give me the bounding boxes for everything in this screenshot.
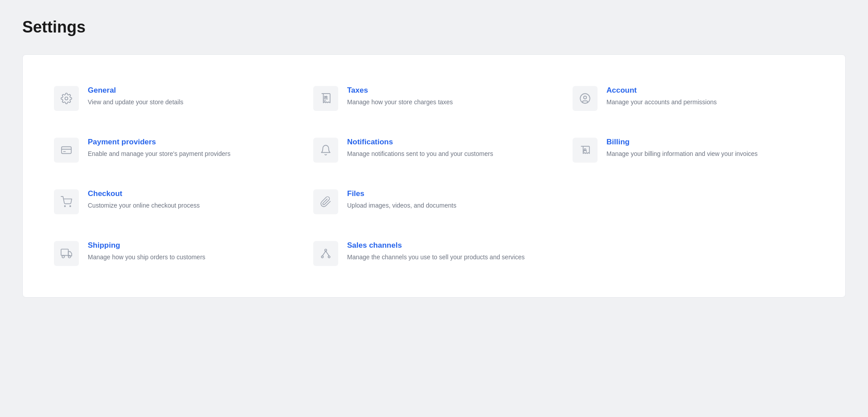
svg-line-17 (326, 251, 329, 256)
payment-content: Payment providers Enable and manage your… (88, 138, 230, 159)
general-description: View and update your store details (88, 98, 184, 107)
taxes-title: Taxes (347, 86, 453, 95)
svg-point-12 (68, 255, 70, 258)
payment-description: Enable and manage your store's payment p… (88, 149, 230, 159)
payment-icon-box (54, 138, 79, 163)
settings-item-files[interactable]: Files Upload images, videos, and documen… (304, 176, 564, 228)
settings-item-checkout[interactable]: Checkout Customize your online checkout … (45, 176, 304, 228)
general-content: General View and update your store detai… (88, 86, 184, 107)
shipping-content: Shipping Manage how you ship orders to c… (88, 241, 205, 262)
channels-icon (320, 248, 332, 259)
settings-item-general[interactable]: General View and update your store detai… (45, 73, 304, 124)
svg-point-0 (65, 97, 68, 100)
checkout-description: Customize your online checkout process (88, 201, 200, 210)
checkout-content: Checkout Customize your online checkout … (88, 189, 200, 210)
general-title: General (88, 86, 184, 95)
settings-grid: General View and update your store detai… (45, 73, 823, 279)
payment-title: Payment providers (88, 138, 230, 147)
svg-point-11 (62, 255, 64, 258)
billing-icon (579, 144, 591, 156)
page-title: Settings (22, 18, 846, 37)
svg-rect-6 (61, 147, 71, 153)
settings-item-taxes[interactable]: Taxes Manage how your store charges taxe… (304, 73, 564, 124)
settings-item-notifications[interactable]: Notifications Manage notifications sent … (304, 124, 564, 176)
files-description: Upload images, videos, and documents (347, 201, 456, 210)
files-content: Files Upload images, videos, and documen… (347, 189, 456, 210)
settings-item-payment[interactable]: Payment providers Enable and manage your… (45, 124, 304, 176)
billing-title: Billing (606, 138, 757, 147)
svg-point-4 (580, 94, 590, 103)
user-circle-icon (579, 93, 591, 104)
settings-card: General View and update your store detai… (22, 54, 846, 298)
notifications-title: Notifications (347, 138, 493, 147)
files-title: Files (347, 189, 456, 198)
general-icon-box (54, 86, 79, 111)
sales-channels-title: Sales channels (347, 241, 524, 250)
settings-item-account[interactable]: Account Manage your accounts and permiss… (564, 73, 823, 124)
shipping-title: Shipping (88, 241, 205, 250)
billing-icon-box (573, 138, 598, 163)
files-icon-box (313, 189, 338, 214)
settings-item-billing[interactable]: Billing Manage your billing information … (564, 124, 823, 176)
billing-description: Manage your billing information and view… (606, 149, 757, 159)
settings-item-sales-channels[interactable]: Sales channels Manage the channels you u… (304, 228, 564, 279)
account-content: Account Manage your accounts and permiss… (606, 86, 717, 107)
cart-icon (61, 196, 72, 208)
settings-item-shipping[interactable]: Shipping Manage how you ship orders to c… (45, 228, 304, 279)
notifications-description: Manage notifications sent to you and you… (347, 149, 493, 159)
svg-line-16 (322, 251, 326, 256)
account-icon-box (573, 86, 598, 111)
svg-rect-10 (61, 249, 68, 255)
shipping-icon-box (54, 241, 79, 266)
checkout-title: Checkout (88, 189, 200, 198)
svg-point-8 (65, 206, 66, 207)
svg-point-5 (584, 96, 587, 99)
receipt-icon (320, 93, 332, 104)
taxes-description: Manage how your store charges taxes (347, 98, 453, 107)
payment-icon (61, 144, 72, 156)
sales-channels-content: Sales channels Manage the channels you u… (347, 241, 524, 262)
bell-icon (320, 144, 332, 156)
truck-icon (61, 248, 72, 259)
taxes-icon-box (313, 86, 338, 111)
notifications-icon-box (313, 138, 338, 163)
sales-channels-description: Manage the channels you use to sell your… (347, 253, 524, 262)
gear-icon (61, 93, 72, 104)
sales-channels-icon-box (313, 241, 338, 266)
account-description: Manage your accounts and permissions (606, 98, 717, 107)
notifications-content: Notifications Manage notifications sent … (347, 138, 493, 159)
taxes-content: Taxes Manage how your store charges taxe… (347, 86, 453, 107)
billing-content: Billing Manage your billing information … (606, 138, 757, 159)
svg-point-9 (70, 206, 71, 207)
shipping-description: Manage how you ship orders to customers (88, 253, 205, 262)
paperclip-icon (320, 196, 332, 208)
account-title: Account (606, 86, 717, 95)
checkout-icon-box (54, 189, 79, 214)
